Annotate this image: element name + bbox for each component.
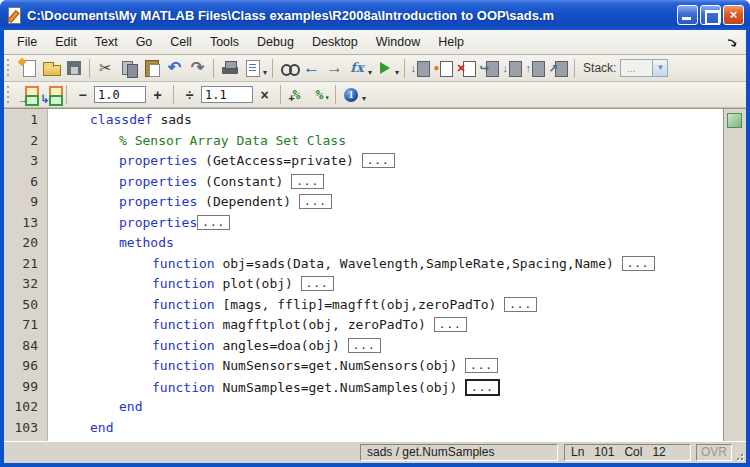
menu-tools[interactable]: Tools <box>201 32 248 52</box>
cut-button[interactable]: ✂ <box>94 57 117 80</box>
collapsed-code-box[interactable]: ... <box>504 297 537 312</box>
find-icon <box>279 58 299 78</box>
continue-debug-button[interactable] <box>409 57 432 80</box>
minimize-button[interactable] <box>677 5 698 25</box>
code-token: magfftplot(obj, zeroPadTo) <box>215 317 434 332</box>
line-number: 9 <box>30 194 38 215</box>
find-button[interactable] <box>277 57 300 80</box>
code-line[interactable]: function NumSensors=get.NumSensors(obj) … <box>49 358 722 379</box>
divide-value-button[interactable]: ÷ <box>178 83 201 106</box>
step-in-button[interactable] <box>501 57 524 80</box>
line-number: 20 <box>22 235 38 256</box>
toolbar-grip[interactable] <box>7 86 12 104</box>
menu-help[interactable]: Help <box>429 32 473 52</box>
code-line[interactable]: properties (Dependent) ... <box>49 194 722 215</box>
code-editor[interactable]: 12369132021325071849699102103 −++++−++++… <box>4 108 746 441</box>
collapsed-code-box[interactable]: ... <box>301 276 334 291</box>
code-line[interactable]: function plot(obj) ... <box>49 276 722 297</box>
step-icon <box>480 58 500 78</box>
undo-button[interactable]: ↶ <box>163 57 186 80</box>
menu-window[interactable]: Window <box>367 32 429 52</box>
increment-value-button[interactable]: + <box>146 83 169 106</box>
set-clear-breakpoint-button[interactable] <box>432 57 455 80</box>
line-number: 99 <box>22 379 38 400</box>
step-button[interactable] <box>478 57 501 80</box>
chevron-down-icon[interactable]: ▼ <box>652 60 667 76</box>
open-file-icon <box>41 58 61 78</box>
function-hints-button[interactable]: fx▾ <box>346 57 373 80</box>
code-line[interactable]: function angles=doa(obj) ... <box>49 338 722 359</box>
code-line[interactable]: function obj=sads(Data, Wavelength,Sampl… <box>49 256 722 277</box>
new-file-button[interactable] <box>16 57 39 80</box>
collapsed-code-box[interactable]: ... <box>197 215 230 230</box>
uncomment-button[interactable]: % <box>308 83 331 106</box>
menu-cell[interactable]: Cell <box>161 32 201 52</box>
line-number: 2 <box>30 133 38 154</box>
copy-button[interactable] <box>117 57 140 80</box>
close-button[interactable]: × <box>723 5 744 25</box>
save-file-button[interactable] <box>62 57 85 80</box>
collapsed-code-box[interactable]: ... <box>299 194 332 209</box>
code-text-area[interactable]: classdef sads% Sensor Array Data Set Cla… <box>49 109 722 441</box>
code-line[interactable]: % Sensor Array Data Set Class <box>49 133 722 154</box>
increment-step-field[interactable] <box>94 86 146 103</box>
dock-arrow-icon[interactable] <box>727 35 738 53</box>
function-context-indicator: sads / get.NumSamples <box>360 444 558 461</box>
code-analyzer-indicator[interactable] <box>727 113 742 128</box>
menu-edit[interactable]: Edit <box>46 32 86 52</box>
title-bar[interactable]: C:\Documents\My MATLAB Files\Class examp… <box>0 0 750 30</box>
code-line[interactable]: function NumSamples=get.NumSamples(obj) … <box>49 379 722 400</box>
collapsed-code-box[interactable]: ... <box>362 153 395 168</box>
multiply-value-button[interactable]: × <box>253 83 276 106</box>
code-token: [mags, fflip]=magfft(obj,zeroPadTo) <box>215 297 505 312</box>
page-setup-button[interactable]: ▾ <box>241 57 268 80</box>
comment-button[interactable]: % <box>285 83 308 106</box>
exit-debug-button[interactable] <box>547 57 570 80</box>
collapsed-code-box[interactable]: ... <box>465 358 498 373</box>
menu-bar-items: FileEditTextGoCellToolsDebugDesktopWindo… <box>8 32 473 52</box>
menu-file[interactable]: File <box>8 32 46 52</box>
menu-text[interactable]: Text <box>86 32 127 52</box>
code-line[interactable]: end <box>49 399 722 420</box>
evaluate-cell-button[interactable]: ↳ <box>39 83 62 106</box>
redo-button[interactable]: ↷ <box>186 57 209 80</box>
code-line[interactable]: properties... <box>49 215 722 236</box>
code-line[interactable]: end <box>49 420 722 441</box>
menu-desktop[interactable]: Desktop <box>303 32 367 52</box>
line-number: 6 <box>30 174 38 195</box>
code-line[interactable]: classdef sads <box>49 112 722 133</box>
resize-grip[interactable] <box>733 450 743 460</box>
menu-bar: FileEditTextGoCellToolsDebugDesktopWindo… <box>4 30 746 55</box>
code-line[interactable]: function magfftplot(obj, zeroPadTo) ... <box>49 317 722 338</box>
collapsed-code-box[interactable]: ... <box>465 379 500 396</box>
stack-combobox[interactable]: ... ▼ <box>620 59 668 77</box>
clear-all-breakpoints-button[interactable] <box>455 57 478 80</box>
collapsed-code-box[interactable]: ... <box>622 256 655 271</box>
print-button[interactable] <box>218 57 241 80</box>
multiply-factor-field[interactable] <box>201 86 253 103</box>
cell-info-button[interactable]: 1▾ <box>340 83 367 106</box>
insert-cell-button[interactable]: → <box>16 83 39 106</box>
line-value: 101 <box>594 445 614 459</box>
collapsed-code-box[interactable]: ... <box>348 338 381 353</box>
maximize-button[interactable] <box>700 5 721 25</box>
code-line[interactable]: methods <box>49 235 722 256</box>
go-back-button[interactable]: ← <box>300 57 323 80</box>
code-line[interactable]: function [mags, fflip]=magfft(obj,zeroPa… <box>49 297 722 318</box>
collapsed-code-box[interactable]: ... <box>291 174 324 189</box>
code-line[interactable]: properties (Constant) ... <box>49 174 722 195</box>
menu-go[interactable]: Go <box>127 32 162 52</box>
paste-button[interactable] <box>140 57 163 80</box>
toolbar-separator <box>213 59 214 78</box>
menu-debug[interactable]: Debug <box>248 32 303 52</box>
toolbar-grip[interactable] <box>7 59 12 77</box>
open-file-button[interactable] <box>39 57 62 80</box>
decrement-value-button[interactable]: − <box>71 83 94 106</box>
code-token: function <box>152 317 215 332</box>
dropdown-caret-icon: ▾ <box>368 68 372 80</box>
code-line[interactable]: properties (GetAccess=private) ... <box>49 153 722 174</box>
run-button[interactable]: ▾ <box>373 57 400 80</box>
go-forward-button[interactable]: → <box>323 57 346 80</box>
collapsed-code-box[interactable]: ... <box>434 317 467 332</box>
step-out-button[interactable] <box>524 57 547 80</box>
